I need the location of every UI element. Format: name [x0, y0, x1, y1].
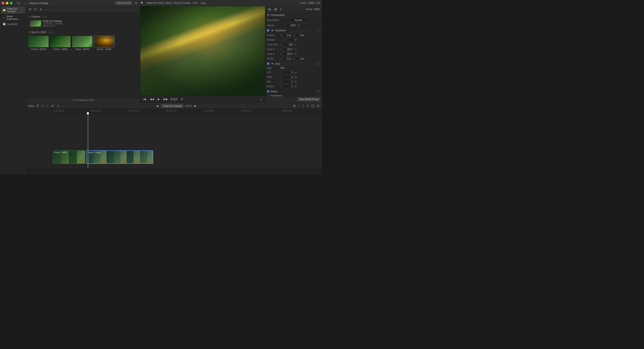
traffic-lights	[2, 2, 12, 4]
fullscreen-button[interactable]	[10, 2, 12, 4]
import-button[interactable]: ↓	[24, 1, 27, 5]
close-button[interactable]	[2, 2, 4, 4]
ruler-tc-5: 00:00:25:00	[241, 110, 252, 112]
preview-fullscreen-button[interactable]: ⤢	[259, 97, 263, 101]
anchor-y-field[interactable]	[296, 57, 305, 60]
opacity-reset[interactable]: ◇	[284, 24, 285, 26]
clip-item-1[interactable]: Forest - 53891	[50, 36, 71, 50]
timeline-view-button[interactable]: ▼	[50, 104, 55, 108]
search-button[interactable]: 🔍	[140, 1, 145, 5]
anchor-x-field[interactable]	[282, 57, 292, 60]
distort-checkbox[interactable]: ✓	[267, 90, 269, 92]
preview-rewind-button[interactable]: ◀◀	[149, 97, 155, 101]
opacity-field[interactable]	[286, 24, 297, 27]
crop-right-reset[interactable]: ◇	[280, 76, 282, 78]
crop-top-reset[interactable]: ◇	[280, 81, 282, 83]
zoom-label: 112%	[192, 2, 198, 4]
compositing-section: ▼ Compositing Blend Mode Normal ◯ Opacit…	[265, 12, 322, 28]
timeline-snap-button[interactable]: ⊞	[292, 104, 296, 108]
timeline-clip-button[interactable]: □	[41, 104, 44, 108]
scale-x-reset[interactable]: ◇	[280, 48, 282, 50]
inspector-tab-video[interactable]: 📹	[267, 7, 272, 11]
compositing-title: Compositing	[271, 14, 284, 16]
scale-all-field[interactable]	[282, 43, 294, 46]
scale-all-reset[interactable]: ◇	[280, 43, 282, 45]
crop-bottom-field[interactable]	[282, 85, 294, 88]
rotation-row: Rotation ◎	[265, 37, 322, 42]
scale-y-field[interactable]	[282, 52, 294, 56]
library-button[interactable]: ⬛	[16, 1, 21, 5]
scale-x-field[interactable]	[282, 47, 294, 51]
distort-reset-icon[interactable]: ⊠	[317, 90, 320, 93]
browser-view-button[interactable]: ⊞	[28, 7, 32, 11]
crop-type-arrow[interactable]: ◇	[286, 67, 287, 69]
date-section-header[interactable]: ▼ Nov 24, 2020 ( 4 )	[28, 30, 138, 34]
crop-bottom-row: Bottom ◇ px	[265, 84, 322, 89]
transform-header[interactable]: ✓ ▼ Transform □	[265, 28, 322, 33]
timeline-zoom-in-button[interactable]: +	[302, 104, 305, 108]
project-item[interactable]: Final Cut Tutorial 11/24/20, 11:30 AM 00…	[28, 19, 138, 28]
minimize-button[interactable]	[6, 2, 8, 4]
timeline-skimmer-button[interactable]: ≡	[306, 104, 309, 108]
crop-bottom-reset[interactable]: ◇	[280, 85, 282, 87]
hide-rejected-button[interactable]: Hide Rejected	[115, 1, 132, 5]
crop-left-field[interactable]	[282, 71, 294, 74]
preview-fast-forward-button[interactable]: ▶▶	[162, 97, 169, 101]
browser-sort-button[interactable]: ↕	[44, 7, 48, 11]
save-effects-preset-button[interactable]: Save Effects Preset	[298, 97, 320, 101]
browser-filter-button[interactable]: ▼	[39, 7, 43, 11]
timeline-clip-appearance-button[interactable]: ⊟	[316, 104, 320, 108]
crop-header[interactable]: ✓ ▼ Crop □	[265, 61, 322, 66]
timeline-forward-button[interactable]: ▶	[194, 104, 197, 108]
compositing-header[interactable]: ▼ Compositing	[265, 12, 322, 17]
opacity-unit: %	[298, 24, 300, 26]
crop-left-reset[interactable]: ◇	[280, 71, 282, 73]
filter-button[interactable]: ⊞	[134, 1, 138, 5]
timeline-clip-a[interactable]: Forest - 53891	[53, 150, 85, 164]
sidebar-item-smart-collections[interactable]: ☆ Smart Collections	[1, 14, 25, 21]
titlebar: ⬛ ↓ Final Cut Tutorial Hide Rejected ⊞ 🔍…	[0, 0, 322, 6]
clip-item-0[interactable]: Forest - 50748	[28, 36, 49, 50]
inspector-tab-info[interactable]: ℹ	[280, 7, 282, 11]
transform-checkbox[interactable]: ✓	[267, 29, 269, 31]
clip-item-3[interactable]: Forest - 51946	[94, 36, 114, 50]
timeline-ruler[interactable]: 00:00:00:00 00:00:05:00 00:00:10:00 00:0…	[53, 109, 322, 113]
timeline-audio-role-button[interactable]: 🎧	[310, 104, 315, 108]
clip-a-label: Forest - 53891	[54, 151, 67, 153]
sidebar-item-date[interactable]: 📅 11-24-20	[1, 22, 25, 26]
preview-pause-button[interactable]: ⏸	[180, 97, 184, 101]
preview-play-start-button[interactable]: |◀	[142, 97, 147, 101]
blend-mode-value[interactable]: Normal	[289, 18, 307, 22]
playhead-handle[interactable]	[87, 112, 89, 114]
rotation-field[interactable]	[287, 38, 298, 41]
projects-section-header[interactable]: ▼ Projects ( 1 )	[28, 14, 138, 19]
browser-list-button[interactable]: ☰	[33, 7, 37, 11]
timeline-tools-button[interactable]: ↖	[56, 104, 60, 108]
crop-reset-icon[interactable]: □	[317, 62, 320, 65]
sidebar-item-final-cut-tutorial[interactable]: 📁 Final Cut Tutorial	[1, 6, 25, 14]
stabilization-section: Stabilization	[265, 94, 322, 96]
crop-right-field[interactable]	[282, 75, 294, 79]
timeline-back-button[interactable]: ◀	[156, 104, 159, 108]
crop-bottom-label: Bottom	[267, 85, 279, 88]
timeline-zoom-out-button[interactable]: −	[298, 104, 301, 108]
distort-header: ✓ Distort ⊠	[265, 89, 322, 94]
crop-checkbox[interactable]: ✓	[267, 62, 269, 65]
position-y-field[interactable]	[296, 33, 305, 37]
clip-item-2[interactable]: Trees - 56476	[72, 36, 92, 50]
inspector-tab-audio[interactable]: 🔊	[273, 7, 278, 11]
distort-section: ✓ Distort ⊠	[265, 89, 322, 94]
scale-y-reset[interactable]: ◇	[280, 53, 282, 55]
position-x-field[interactable]	[282, 33, 292, 37]
timeline-project-name-button[interactable]: Final Cut Tutorial	[161, 104, 184, 108]
timeline-audio-button[interactable]: ♪	[46, 104, 49, 108]
crop-top-field[interactable]	[282, 80, 294, 83]
view-button[interactable]: View	[200, 1, 207, 5]
timeline-index-button[interactable]: ☰	[36, 104, 40, 108]
rotation-dial[interactable]: ◎	[284, 39, 285, 41]
timeline-clip-b[interactable]: Forest - 51946	[86, 150, 153, 164]
preview-play-button[interactable]: ▶	[157, 97, 161, 101]
inspector-bottom-bar: Save Effects Preset	[265, 96, 322, 103]
transform-reset-icon[interactable]: □	[317, 29, 320, 32]
crop-triangle: ▼	[271, 62, 274, 65]
